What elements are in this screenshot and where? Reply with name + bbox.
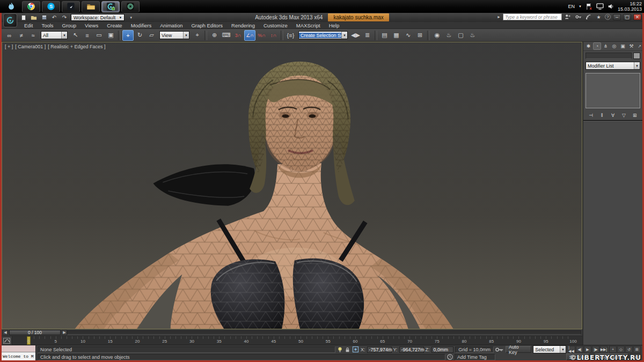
tab-utilities[interactable]: ⚒ — [627, 42, 635, 50]
unlink-selection-button[interactable]: ≠ — [16, 30, 27, 41]
animate-selection-dropdown[interactable]: Selected ▼ — [533, 345, 566, 353]
bind-to-space-warp-button[interactable]: ≈ — [27, 30, 39, 41]
rectangular-selection-region-button[interactable]: ▭ — [93, 30, 105, 41]
menu-group[interactable]: Group — [58, 23, 80, 28]
tab-display[interactable]: ▣ — [619, 42, 627, 50]
language-indicator[interactable]: EN — [568, 4, 575, 9]
maximize-viewport-toggle[interactable]: ⊞ — [633, 346, 641, 353]
snaps-toggle-3d-button[interactable]: 3∩ — [232, 30, 244, 41]
taskbar-app-media-tool[interactable] — [62, 1, 80, 12]
tray-clock[interactable]: 16:22 15.03.2013 — [618, 1, 642, 12]
tab-hierarchy[interactable]: ⋔ — [602, 42, 610, 50]
reference-coordinate-system-dropdown[interactable]: View▼ — [159, 31, 189, 39]
align-button[interactable]: ≣ — [362, 30, 373, 41]
open-mini-curve-editor-button[interactable] — [2, 336, 12, 345]
maximize-button[interactable]: ▢ — [623, 14, 631, 20]
configure-modifier-sets-button[interactable]: ⊞ — [631, 112, 639, 119]
modifier-list-dropdown[interactable]: Modifier List ▼ — [586, 62, 640, 70]
add-time-tag[interactable]: Add Time Tag — [455, 354, 495, 360]
communication-center-icon[interactable] — [584, 13, 592, 20]
make-unique-button[interactable]: ∀ — [609, 112, 617, 119]
z-coord-field[interactable]: 0,0mm — [431, 346, 454, 353]
select-and-scale-button[interactable]: ▱ — [146, 30, 157, 41]
taskbar-app-chrome[interactable] — [22, 1, 40, 12]
sign-in-icon[interactable] — [564, 13, 572, 20]
speaker-icon[interactable] — [608, 3, 614, 10]
listener-pane[interactable]: Welcome to M — [2, 352, 35, 360]
next-frame-button[interactable]: |▶ — [592, 346, 599, 353]
zoom-view-button[interactable]: + — [609, 346, 617, 353]
display-icon[interactable] — [596, 3, 604, 10]
previous-frame-button[interactable]: ◀| — [576, 346, 583, 353]
menu-edit[interactable]: Edit — [20, 23, 37, 28]
new-scene-button[interactable] — [20, 14, 27, 21]
menu-customize[interactable]: Customize — [259, 23, 292, 28]
go-to-end-button[interactable]: ▶▶| — [600, 346, 608, 353]
menu-modifiers[interactable]: Modifiers — [127, 23, 156, 28]
render-production-button[interactable]: ♨ — [467, 30, 478, 41]
tab-create[interactable]: ✱ — [584, 42, 592, 50]
tray-caret-icon[interactable]: ▼ — [579, 5, 582, 8]
manage-layers-button[interactable]: ▤ — [379, 30, 390, 41]
menu-animation[interactable]: Animation — [156, 23, 187, 28]
workspace-dropdown[interactable]: Workspace: Default ▼ — [71, 14, 125, 21]
favorites-star-icon[interactable]: ★ — [595, 13, 603, 20]
material-editor-button[interactable]: ◉ — [431, 30, 443, 41]
panel-options-arrow-icon[interactable]: ↗ — [638, 44, 641, 49]
tab-modify[interactable]: ◔ — [593, 42, 601, 50]
show-end-result-button[interactable]: ‖ — [598, 112, 606, 119]
field-of-view-button[interactable]: ◇ — [617, 346, 625, 353]
use-pivot-point-center-button[interactable]: ⌖ — [192, 30, 203, 41]
keyboard-shortcut-override-button[interactable]: ⌨ — [221, 30, 232, 41]
action-center-flag-icon[interactable]: x — [586, 3, 592, 10]
workspace-options-button[interactable]: ▼ — [127, 14, 135, 21]
minimize-button[interactable]: – — [613, 14, 621, 20]
undo-button[interactable]: ↶ — [50, 14, 58, 21]
viewport-canvas[interactable] — [2, 42, 582, 329]
open-file-button[interactable] — [30, 14, 38, 21]
go-to-start-button[interactable]: |◀◀ — [568, 346, 575, 353]
taskbar-app-3ds-max[interactable] — [101, 1, 120, 12]
schematic-view-button[interactable]: ⊞ — [414, 30, 426, 41]
menu-maxscript[interactable]: MAXScript — [292, 23, 325, 28]
taskbar-app-media-player[interactable] — [121, 1, 140, 12]
viewport-pov-menu[interactable]: [ Camera001 ] — [15, 44, 46, 49]
select-and-link-button[interactable]: ∞ — [4, 30, 15, 41]
help-icon[interactable]: ? — [605, 14, 611, 20]
selection-lock-toggle[interactable] — [345, 346, 350, 353]
menu-tools[interactable]: Tools — [37, 23, 57, 28]
subscription-key-icon[interactable] — [574, 13, 582, 20]
angle-snap-toggle-button[interactable]: ∠∩ — [244, 30, 255, 41]
set-keys-key-icon[interactable] — [495, 346, 504, 353]
macro-recorder-pane[interactable] — [2, 345, 35, 352]
maxscript-mini-listener[interactable]: Welcome to M — [2, 345, 36, 360]
close-button[interactable]: ✕ — [633, 14, 641, 20]
infocenter-search-input[interactable]: Type a keyword or phrase — [503, 13, 562, 20]
absolute-offset-mode-toggle[interactable] — [352, 346, 359, 353]
menu-graph-editors[interactable]: Graph Editors — [187, 23, 227, 28]
pin-stack-button[interactable]: ⊣ — [587, 112, 595, 119]
percent-snap-toggle-button[interactable]: %∩ — [256, 30, 267, 41]
y-coord-field[interactable]: -964,727m — [399, 346, 424, 353]
taskbar-app-launcher[interactable] — [2, 1, 20, 12]
next-frame-arrow[interactable]: ▶ — [62, 330, 67, 335]
orbit-view-button[interactable]: ↺ — [625, 346, 633, 353]
select-and-move-button[interactable]: + — [122, 30, 134, 41]
tab-motion[interactable]: ◎ — [610, 42, 618, 50]
curve-editor-button[interactable]: ∿ — [402, 30, 414, 41]
time-slider-track[interactable] — [67, 330, 581, 335]
play-animation-button[interactable]: ▶ — [584, 346, 591, 353]
time-slider-handle[interactable]: 0 / 100 — [9, 330, 61, 335]
viewport-shading-menu[interactable]: [ Realistic + Edged Faces ] — [48, 44, 105, 49]
taskbar-app-skype[interactable]: S — [42, 1, 60, 12]
menu-create[interactable]: Create — [103, 23, 127, 28]
object-name-field[interactable] — [586, 53, 632, 59]
rendered-frame-window-button[interactable]: ▢ — [455, 30, 466, 41]
viewport-general-menu[interactable]: [ + ] — [5, 44, 13, 49]
graphite-ribbon-toggle-button[interactable]: ▦ — [391, 30, 402, 41]
taskbar-app-explorer[interactable] — [82, 1, 100, 12]
isolate-selection-toggle[interactable] — [337, 346, 343, 353]
auto-key-button[interactable]: Auto Key — [506, 346, 531, 353]
select-and-manipulate-button[interactable]: ⊕ — [209, 30, 220, 41]
previous-frame-arrow[interactable]: ◀ — [3, 330, 8, 335]
